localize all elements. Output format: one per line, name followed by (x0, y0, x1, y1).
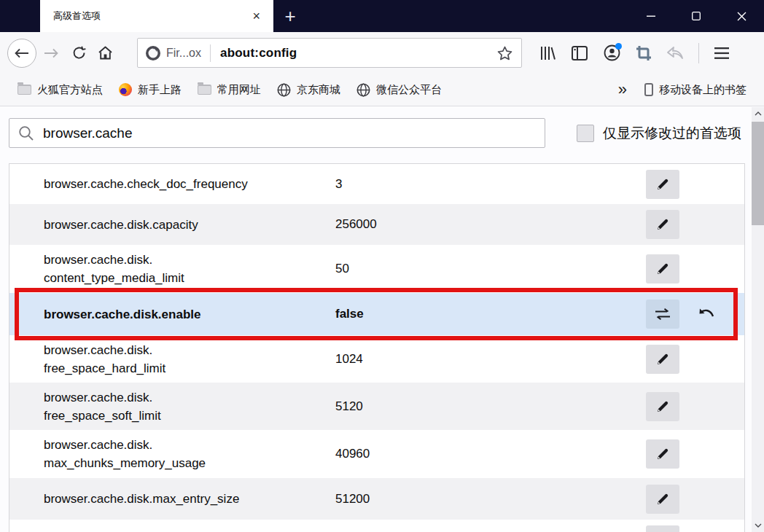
browser-tab[interactable]: 高级首选项 × (40, 0, 273, 32)
pencil-icon (656, 262, 669, 275)
pref-row-content-type-media-limit: browser.cache.disk.content_type_media_li… (9, 245, 744, 293)
pref-value: 5120 (335, 399, 646, 414)
new-tab-button[interactable]: + (273, 0, 307, 32)
firefox-icon (119, 83, 132, 96)
mobile-bookmarks[interactable]: 移动设备上的书签 (639, 80, 752, 100)
edit-pref-button[interactable] (646, 170, 679, 199)
edit-pref-button[interactable] (646, 210, 679, 239)
reload-button[interactable] (66, 39, 92, 68)
pencil-icon (656, 178, 669, 191)
edit-pref-button[interactable] (646, 485, 679, 514)
phone-icon (644, 83, 653, 96)
home-button[interactable] (92, 39, 118, 68)
folder-icon (198, 85, 211, 95)
edit-pref-button[interactable] (646, 525, 679, 532)
url-text[interactable]: about:config (211, 46, 496, 60)
back-button[interactable] (7, 39, 36, 68)
config-search-input[interactable] (43, 125, 536, 141)
pref-name: browser.cache.disk.max_chunks_memory_usa… (44, 436, 335, 472)
pref-name: browser.cache.disk.enable (44, 305, 335, 324)
edit-pref-button[interactable] (646, 439, 679, 469)
bookmark-label: 新手上路 (138, 83, 182, 97)
scroll-down-button[interactable] (752, 519, 764, 532)
navigation-toolbar: Fir...ox about:config (0, 32, 764, 74)
reset-arrow-icon (698, 308, 715, 321)
edit-pref-button[interactable] (646, 345, 679, 374)
modified-filter: 仅显示修改过的首选项 (577, 124, 752, 143)
pref-value: 256000 (335, 217, 646, 232)
pencil-icon (656, 447, 669, 461)
search-icon (18, 125, 34, 141)
sidebar-icon (572, 46, 588, 60)
extension-swoosh-button[interactable] (663, 41, 688, 66)
url-bar[interactable]: Fir...ox about:config (137, 38, 522, 68)
bookmark-label: 微信公众平台 (376, 83, 442, 97)
pref-name: browser.cache.disk.capacity (44, 216, 335, 234)
sidebar-button[interactable] (567, 41, 592, 66)
config-search-row: 仅显示修改过的首选项 (0, 106, 752, 148)
vertical-scrollbar[interactable] (752, 107, 764, 532)
tab-close-icon[interactable]: × (248, 9, 265, 24)
pref-name: browser.cache.disk.free_space_hard_limit (44, 341, 335, 378)
titlebar: 高级首选项 × + (0, 0, 764, 32)
show-modified-label: 仅显示修改过的首选项 (603, 124, 741, 143)
toolbar-icons (535, 41, 734, 66)
bookmark-label: 火狐官方站点 (37, 83, 103, 97)
pref-row-disk-capacity: browser.cache.disk.capacity 256000 (9, 204, 744, 245)
globe-icon (356, 83, 370, 97)
minimize-button[interactable] (628, 0, 674, 32)
pref-row-free-space-soft-limit: browser.cache.disk.free_space_soft_limit… (9, 383, 744, 430)
close-window-button[interactable] (719, 0, 764, 32)
pref-value: 51200 (335, 492, 646, 506)
firefox-identity-icon (145, 45, 161, 61)
bookmark-wechat-platform[interactable]: 微信公众平台 (351, 80, 448, 100)
pref-name: browser.cache.disk.content_type_media_li… (44, 251, 335, 287)
edit-pref-button[interactable] (646, 254, 679, 283)
config-search-box[interactable] (9, 118, 545, 148)
toolbar-divider (698, 43, 699, 63)
pencil-icon (656, 493, 669, 506)
reload-icon (72, 46, 86, 60)
swoosh-arrow-icon (667, 46, 685, 60)
bookmark-jd-mall[interactable]: 京东商城 (271, 80, 346, 100)
account-notification-dot (615, 43, 622, 50)
show-modified-checkbox[interactable] (577, 125, 594, 142)
bookmark-star-button[interactable] (496, 46, 514, 60)
about-config-page: 仅显示修改过的首选项 browser.cache.check_doc_frequ… (0, 106, 752, 531)
edit-pref-button[interactable] (646, 392, 679, 421)
toggle-pref-button[interactable] (646, 300, 679, 329)
chevron-down-icon (755, 523, 762, 528)
scrollbar-thumb[interactable] (752, 122, 764, 225)
site-identity[interactable]: Fir...ox (145, 45, 210, 61)
bookmark-folder-common-sites[interactable]: 常用网址 (192, 80, 267, 100)
library-button[interactable] (535, 41, 560, 66)
pref-value: 3 (335, 177, 646, 192)
bookmark-getting-started[interactable]: 新手上路 (113, 80, 187, 100)
forward-arrow-icon (44, 48, 58, 58)
pref-name: browser.cache.check_doc_frequency (44, 175, 335, 193)
library-icon (539, 46, 556, 60)
hamburger-icon (714, 47, 729, 59)
bookmark-label: 京东商城 (297, 83, 340, 97)
globe-icon (277, 83, 291, 97)
folder-icon (17, 85, 31, 95)
menu-button[interactable] (709, 41, 734, 66)
pref-value: 50 (335, 262, 646, 276)
bookmarks-overflow-button[interactable]: » (611, 82, 634, 98)
maximize-button[interactable] (674, 0, 719, 32)
scroll-up-button[interactable] (752, 107, 764, 120)
pref-value: 40960 (335, 447, 646, 461)
pencil-icon (656, 218, 669, 231)
browser-window: 高级首选项 × + (0, 0, 764, 532)
forward-button[interactable] (36, 39, 66, 68)
pref-row-disk-enable: browser.cache.disk.enable false (9, 293, 744, 335)
reset-pref-button[interactable] (694, 302, 719, 326)
pref-row-check-doc-frequency: browser.cache.check_doc_frequency 3 (9, 164, 744, 204)
bookmark-folder-firefox-official[interactable]: 火狐官方站点 (12, 80, 109, 100)
account-button[interactable] (599, 41, 624, 66)
window-controls (628, 0, 764, 32)
pref-value: false (335, 307, 646, 321)
screenshot-crop-button[interactable] (631, 41, 656, 66)
bookmarks-toolbar: 火狐官方站点 新手上路 常用网址 京东商城 微信公众平台 » 移动设备上的书签 (0, 74, 764, 106)
pref-value: 1024 (335, 352, 646, 367)
